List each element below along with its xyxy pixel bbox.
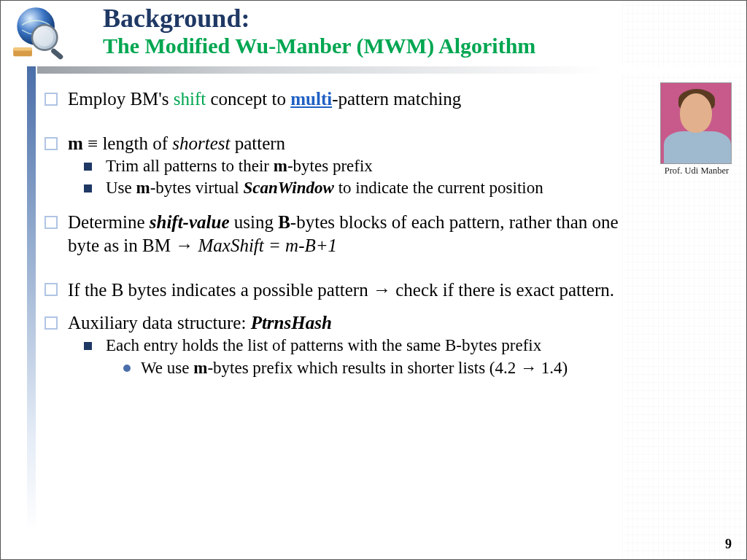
arrow-icon: → <box>373 279 391 300</box>
text: We use <box>141 359 193 377</box>
text: Trim all patterns to their <box>106 157 274 175</box>
text: to indicate the current position <box>334 179 543 197</box>
text: -bytes prefix which results in shorter l… <box>207 359 520 377</box>
globe-search-icon <box>9 4 72 66</box>
bullet-2a: Trim all patterns to their m-bytes prefi… <box>84 156 643 176</box>
bullet-1: Employ BM's shift concept to multi-patte… <box>44 88 643 111</box>
text-m: m <box>193 359 207 377</box>
text-shortest: shortest <box>172 133 230 153</box>
bullet-2: m ≡ length of shortest pattern Trim all … <box>44 133 643 199</box>
text-shift: shift <box>174 89 206 109</box>
arrow-icon: → <box>175 235 193 255</box>
svg-rect-3 <box>50 47 64 60</box>
header-divider <box>37 66 746 74</box>
left-accent-bar <box>27 66 36 533</box>
text-m: m <box>68 133 83 153</box>
slide-content: Employ BM's shift concept to multi-patte… <box>44 88 643 389</box>
title-top: Background: <box>103 5 535 33</box>
text-m: m <box>274 157 287 175</box>
bullet-3: Determine shift-value using B-bytes bloc… <box>44 211 643 257</box>
text: -pattern matching <box>332 89 461 109</box>
photo-block: Prof. Udi Manber <box>660 82 733 176</box>
text-multi: multi <box>290 89 332 109</box>
text: Employ BM's <box>68 89 174 109</box>
bullet-5: Auxiliary data structure: PtrnsHash Each… <box>44 312 643 379</box>
text-b: B <box>278 212 290 232</box>
text-scanwindow: ScanWindow <box>243 179 333 197</box>
text: Determine <box>68 212 150 232</box>
bullet-5a: Each entry holds the list of patterns wi… <box>84 335 643 378</box>
text-ptrnshash: PtrnsHash <box>251 313 332 332</box>
bullet-2b: Use m-bytes virtual ScanWindow to indica… <box>84 178 643 198</box>
text: 1.4) <box>537 359 568 377</box>
text: pattern <box>230 133 285 153</box>
slide-header: Background: The Modified Wu-Manber (MWM)… <box>1 4 746 66</box>
title-subtitle: The Modified Wu-Manber (MWM) Algorithm <box>103 33 535 59</box>
text: using <box>229 212 278 232</box>
text: If the B bytes indicates a possible patt… <box>68 280 373 300</box>
photo-caption: Prof. Udi Manber <box>660 166 733 176</box>
text: Each entry holds the list of patterns wi… <box>106 336 541 354</box>
bullet-4: If the B bytes indicates a possible patt… <box>44 279 643 302</box>
slide-number: 9 <box>725 537 732 552</box>
text-m: m <box>136 179 150 197</box>
title-block: Background: The Modified Wu-Manber (MWM)… <box>103 5 535 59</box>
slide: Background: The Modified Wu-Manber (MWM)… <box>0 0 747 560</box>
presenter-photo <box>660 82 732 164</box>
arrow-icon: → <box>520 358 537 377</box>
text: concept to <box>206 89 290 109</box>
text-maxshift: MaxShift = m-B+1 <box>198 236 337 255</box>
text: -bytes virtual <box>150 179 244 197</box>
text: ≡ length of <box>83 133 172 153</box>
text: check if there is exact pattern. <box>391 280 614 300</box>
text: Use <box>106 179 136 197</box>
bullet-5a1: We use m-bytes prefix which results in s… <box>122 357 643 378</box>
text: Auxiliary data structure: <box>68 313 251 332</box>
text-shiftvalue: shift-value <box>150 212 230 232</box>
svg-point-2 <box>36 28 53 46</box>
text: -bytes prefix <box>287 157 373 175</box>
svg-rect-5 <box>13 47 32 50</box>
